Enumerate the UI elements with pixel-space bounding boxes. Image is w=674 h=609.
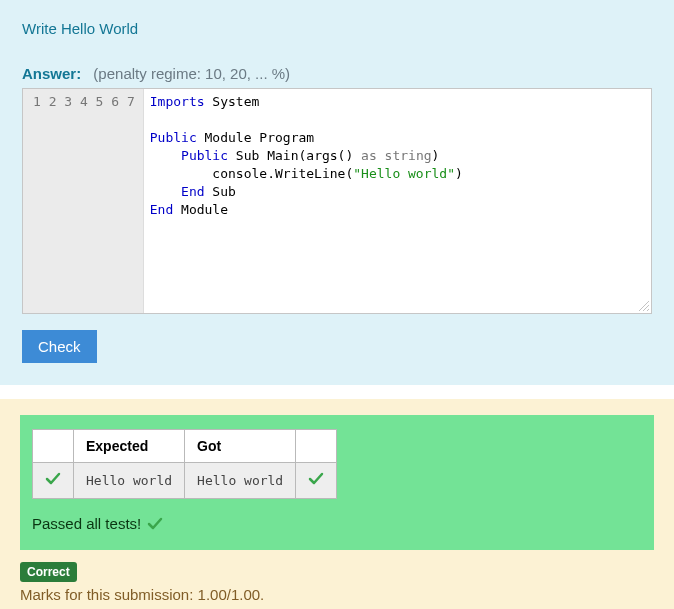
penalty-regime: (penalty regime: 10, 20, ... %) [93, 65, 290, 82]
code-line: End Sub [150, 183, 645, 201]
feedback-block: Correct Marks for this submission: 1.00/… [20, 550, 654, 603]
editor-code-area[interactable]: Imports System Public Module Program Pub… [144, 89, 651, 313]
table-row: Hello worldHello world [33, 463, 337, 499]
check-icon [308, 471, 324, 487]
code-line: console.WriteLine("Hello world") [150, 165, 645, 183]
editor-gutter: 1 2 3 4 5 6 7 [23, 89, 144, 313]
col-got: Got [185, 430, 296, 463]
question-panel: Write Hello World Answer: (penalty regim… [0, 0, 674, 385]
table-header-row: Expected Got [33, 430, 337, 463]
answer-label: Answer: [22, 65, 81, 82]
col-expected: Expected [74, 430, 185, 463]
results-panel: Expected Got Hello worldHello world Pass… [0, 399, 674, 609]
col-status [33, 430, 74, 463]
code-line [150, 111, 645, 129]
code-line: Public Sub Main(args() as string) [150, 147, 645, 165]
check-icon [147, 516, 163, 532]
row-got-cell: Hello world [185, 463, 296, 499]
check-button[interactable]: Check [22, 330, 97, 363]
question-title: Write Hello World [22, 20, 652, 37]
marks-line: Marks for this submission: 1.00/1.00. [20, 586, 654, 603]
col-result [296, 430, 337, 463]
code-line: Imports System [150, 93, 645, 111]
code-line: End Module [150, 201, 645, 219]
passed-text: Passed all tests! [32, 515, 141, 532]
tests-pass-block: Expected Got Hello worldHello world Pass… [20, 415, 654, 550]
answer-row: Answer: (penalty regime: 10, 20, ... %) [22, 65, 652, 82]
row-expected-cell: Hello world [74, 463, 185, 499]
results-table: Expected Got Hello worldHello world [32, 429, 337, 499]
row-status-cell [33, 463, 74, 499]
code-line: Public Module Program [150, 129, 645, 147]
correct-badge: Correct [20, 562, 77, 582]
check-icon [45, 471, 61, 487]
editor-resize-handle[interactable] [639, 301, 649, 311]
code-editor[interactable]: 1 2 3 4 5 6 7 Imports System Public Modu… [22, 88, 652, 314]
passed-all-tests: Passed all tests! [32, 515, 642, 532]
row-result-cell [296, 463, 337, 499]
